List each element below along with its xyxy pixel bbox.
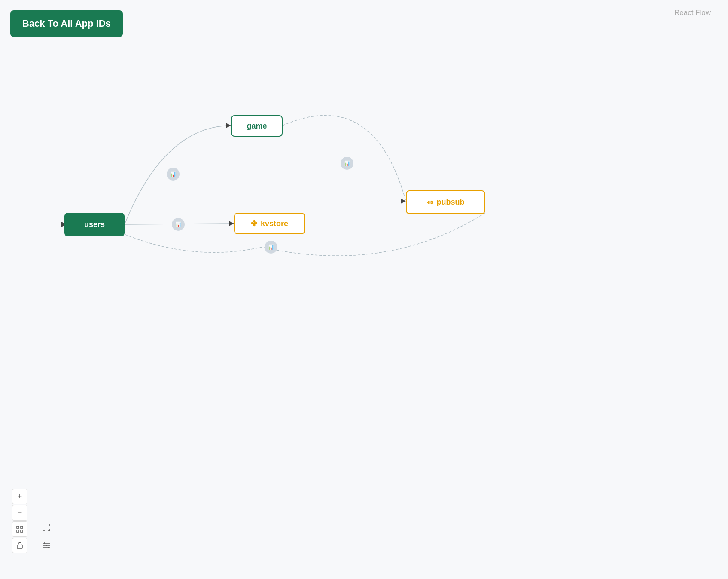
users-label: users <box>84 220 105 229</box>
zoom-out-button[interactable]: − <box>12 505 27 521</box>
svg-rect-4 <box>17 526 19 528</box>
chart-icon-2: 📊 <box>175 221 182 227</box>
lock-button[interactable] <box>12 538 27 553</box>
zoom-in-button[interactable]: + <box>12 489 27 504</box>
edges-svg <box>0 0 728 579</box>
svg-marker-1 <box>226 123 231 128</box>
edge-icon-users-game: 📊 <box>167 168 180 181</box>
back-to-all-app-ids-button[interactable]: Back To All App IDs <box>10 10 123 37</box>
svg-marker-3 <box>401 199 406 204</box>
svg-marker-2 <box>229 221 234 226</box>
chart-icon-3: 📊 <box>344 160 350 166</box>
react-flow-label: React Flow <box>674 9 711 17</box>
node-pubsub[interactable]: ⇔ pubsub <box>406 190 485 214</box>
fit-view-icon <box>16 526 23 533</box>
fullscreen-button[interactable] <box>39 520 54 535</box>
fullscreen-icon <box>43 524 50 531</box>
edge-icon-users-kvstore: 📊 <box>172 218 185 231</box>
edge-icon-game-pubsub: 📊 <box>341 157 353 170</box>
legend-button[interactable] <box>39 538 54 553</box>
node-game[interactable]: game <box>231 115 283 137</box>
main-container: Back To All App IDs React Flow 📊 📊 📊 <box>0 0 728 579</box>
edge-icon-return: 📊 <box>265 241 277 254</box>
lock-icon <box>17 542 23 549</box>
svg-rect-6 <box>17 530 19 532</box>
pubsub-icon: ⇔ <box>427 198 433 207</box>
svg-rect-7 <box>21 530 23 532</box>
fit-view-button[interactable] <box>12 521 27 537</box>
pubsub-label: pubsub <box>437 198 465 207</box>
kvstore-label: kvstore <box>261 219 288 228</box>
svg-rect-8 <box>17 545 22 548</box>
node-users[interactable]: users <box>64 213 125 236</box>
chart-icon-4: 📊 <box>268 244 274 250</box>
svg-rect-5 <box>21 526 23 528</box>
kvstore-icon: ✤ <box>251 219 257 228</box>
controls-extra <box>39 520 54 553</box>
chart-icon: 📊 <box>170 171 177 177</box>
game-label: game <box>247 122 267 131</box>
controls-panel: + − <box>12 489 27 553</box>
node-kvstore[interactable]: ✤ kvstore <box>234 213 305 234</box>
legend-icon <box>43 542 50 549</box>
